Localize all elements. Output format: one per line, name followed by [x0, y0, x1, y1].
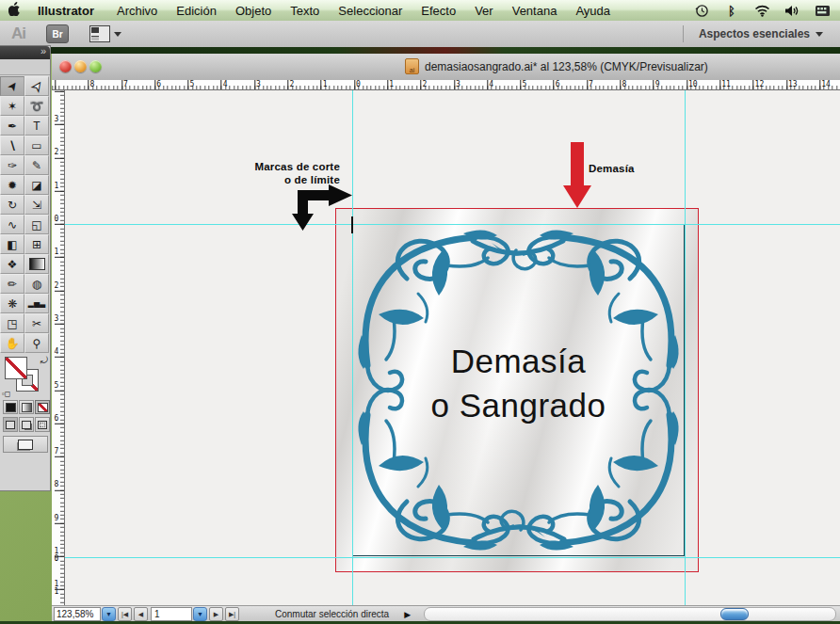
blend-tool[interactable]: ◍	[24, 274, 49, 294]
color-button[interactable]	[3, 400, 18, 414]
vertical-ruler[interactable]: 32101234567891011	[52, 90, 65, 605]
artboard-tool-icon: ◳	[7, 318, 17, 329]
perspective-grid-tool[interactable]: ⊞	[24, 234, 49, 254]
zoom-window-button[interactable]	[89, 60, 102, 72]
zoom-level-field[interactable]: 123,58%	[54, 607, 101, 621]
pencil-tool[interactable]: ✎	[24, 155, 49, 175]
previous-artboard-button[interactable]: ◀	[134, 607, 148, 621]
artboard-menu-button[interactable]: ▼	[193, 607, 207, 621]
volume-icon[interactable]	[783, 3, 800, 18]
ruler-left-label: 7	[53, 448, 60, 456]
go-to-bridge-button[interactable]: Br	[46, 24, 69, 43]
default-fill-stroke-icon[interactable]: ▫◻	[2, 390, 10, 398]
document-title-bar[interactable]: ai demasiaosangrado.ai* al 123,58% (CMYK…	[52, 54, 840, 81]
menu-archivo[interactable]: Archivo	[107, 4, 167, 18]
width-tool[interactable]: ∿	[0, 215, 24, 234]
horizontal-ruler[interactable]: 8765432101234567891011121314	[52, 80, 840, 90]
document-canvas[interactable]: Demasía o Sangrado Marcas de corte o de …	[65, 90, 840, 605]
magic-wand-tool[interactable]: ✶	[0, 96, 24, 116]
close-button[interactable]	[59, 60, 72, 72]
none-button[interactable]	[35, 400, 50, 414]
ai-app-logo: Ai	[11, 24, 25, 43]
lasso-tool-icon: ➰	[30, 101, 44, 112]
chevron-down-icon	[816, 32, 823, 37]
type-tool[interactable]: T	[24, 116, 49, 136]
blob-brush-tool[interactable]: ✹	[0, 175, 24, 195]
bluetooth-icon[interactable]	[723, 3, 740, 18]
menu-ver[interactable]: Ver	[465, 4, 503, 18]
guide-horizontal-top[interactable]	[65, 224, 840, 225]
direct-selection-tool[interactable]: ➤	[24, 76, 49, 96]
line-segment-tool[interactable]: ∖	[0, 136, 24, 155]
scale-tool[interactable]: ⇲	[24, 195, 49, 215]
mesh-tool[interactable]: ❖	[0, 254, 24, 274]
selection-tool[interactable]: ➤	[0, 76, 24, 96]
horizontal-scrollbar[interactable]	[424, 607, 836, 621]
swap-fill-stroke-icon[interactable]: ⤾	[40, 355, 48, 366]
guide-horizontal-bottom[interactable]	[65, 557, 840, 558]
eyedropper-tool[interactable]: ✏	[0, 274, 24, 294]
paintbrush-tool[interactable]: ✑	[0, 155, 24, 175]
document-proxy-icon[interactable]: ai	[405, 58, 419, 74]
time-machine-icon[interactable]	[693, 3, 710, 18]
illustrator-screen: IllustratorArchivoEdiciónObjetoTextoSele…	[0, 0, 840, 624]
menu-efecto[interactable]: Efecto	[412, 4, 465, 18]
artboard-tool[interactable]: ◳	[0, 313, 24, 333]
draw-inside-button[interactable]	[35, 417, 50, 432]
tools-panel-drag-bar[interactable]	[0, 59, 50, 75]
workspace-switcher[interactable]: Aspectos esenciales	[683, 25, 840, 42]
scrollbar-thumb[interactable]	[720, 608, 749, 620]
lasso-tool[interactable]: ➰	[24, 96, 49, 116]
tools-panel-header[interactable]	[0, 46, 50, 59]
menu-items: IllustratorArchivoEdiciónObjetoTextoSele…	[28, 4, 620, 18]
blend-tool-icon: ◍	[32, 279, 41, 290]
first-artboard-button[interactable]: |◀	[118, 607, 132, 621]
slice-tool[interactable]: ✂	[24, 313, 49, 333]
live-paint-bucket-tool[interactable]: ◧	[0, 234, 24, 254]
hand-tool[interactable]: ✋	[0, 333, 24, 353]
menu-objeto[interactable]: Objeto	[226, 4, 281, 18]
ruler-left-label: 10	[53, 548, 60, 563]
ruler-left-label: 6	[53, 415, 60, 423]
ruler-top-label: 4	[489, 81, 493, 88]
zoom-menu-button[interactable]: ▼	[102, 607, 116, 621]
screen-mode-button[interactable]	[3, 436, 48, 453]
eraser-tool[interactable]: ◪	[24, 175, 49, 195]
fill-swatch[interactable]	[5, 357, 27, 379]
wifi-icon[interactable]	[753, 3, 770, 18]
menu-ventana[interactable]: Ventana	[503, 4, 567, 18]
status-menu-arrow-icon[interactable]: ▶	[404, 610, 411, 619]
symbol-sprayer-tool[interactable]: ❋	[0, 294, 24, 313]
ruler-top-label: 1	[389, 81, 394, 88]
zoom-tool-icon: ⚲	[33, 338, 41, 349]
rectangle-tool[interactable]: ▭	[24, 136, 49, 155]
zoom-tool[interactable]: ⚲	[24, 333, 49, 353]
guide-vertical-right[interactable]	[685, 90, 686, 605]
free-transform-tool[interactable]: ◱	[24, 215, 49, 234]
paintbrush-tool-icon: ✑	[8, 160, 17, 171]
next-artboard-button[interactable]: ▶	[209, 607, 223, 621]
arrange-documents-button[interactable]	[89, 25, 121, 42]
rotate-tool[interactable]: ↻	[0, 195, 24, 215]
draw-normal-button[interactable]	[3, 417, 18, 432]
ruler-left-label: 8	[53, 481, 60, 488]
menu-texto[interactable]: Texto	[281, 4, 329, 18]
menu-illustrator[interactable]: Illustrator	[28, 4, 107, 18]
keyboard-viewer-icon[interactable]	[814, 3, 831, 18]
gradient-tool[interactable]	[24, 254, 49, 274]
last-artboard-button[interactable]: ▶|	[225, 607, 239, 621]
menu-ayuda[interactable]: Ayuda	[566, 4, 620, 18]
apple-icon[interactable]	[0, 2, 28, 19]
status-mode-label[interactable]: Conmutar selección directa	[275, 609, 389, 619]
gradient-button[interactable]	[19, 400, 34, 414]
rotate-tool-icon: ↻	[8, 200, 17, 211]
minimize-button[interactable]	[74, 60, 87, 72]
menu-edición[interactable]: Edición	[167, 4, 226, 18]
guide-vertical-left[interactable]	[352, 90, 353, 605]
draw-behind-button[interactable]	[19, 417, 34, 432]
column-graph-tool[interactable]: ▂▅▃	[24, 294, 49, 313]
menu-seleccionar[interactable]: Seleccionar	[329, 4, 412, 18]
pen-tool[interactable]: ✒	[0, 116, 24, 136]
slice-tool-icon: ✂	[32, 318, 41, 329]
artboard-number-field[interactable]: 1	[151, 607, 192, 621]
